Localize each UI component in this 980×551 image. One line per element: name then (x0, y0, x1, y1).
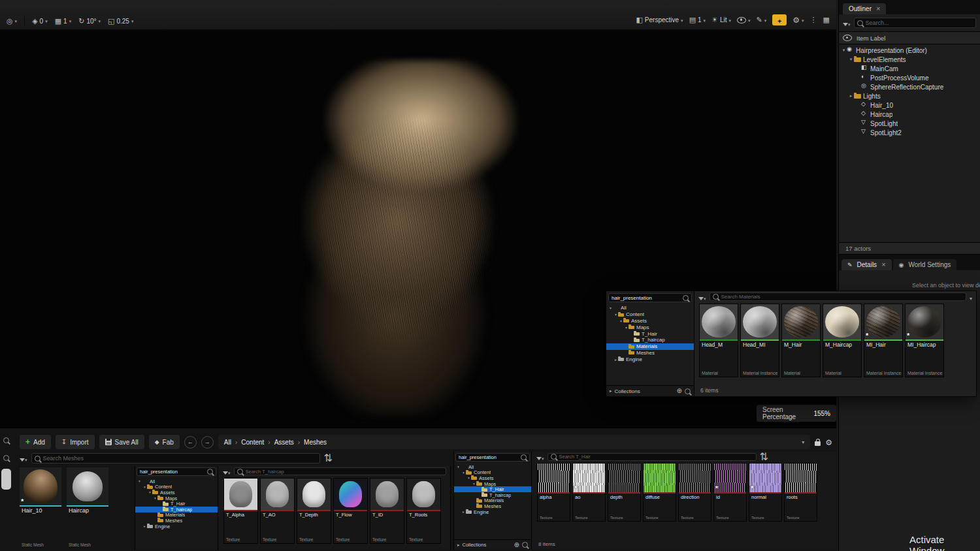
breadcrumb-item[interactable]: All (224, 439, 237, 446)
expander-arrow[interactable]: ▾ (841, 48, 847, 53)
expander-arrow[interactable]: ▾ (148, 490, 152, 494)
asset-tile[interactable]: Hair_10 Static Mesh (20, 467, 61, 548)
outliner-row[interactable]: Hair_10 (839, 101, 980, 110)
asset-tile[interactable]: M_Hair Material (781, 304, 821, 377)
folder-row[interactable]: T_Hair (606, 330, 694, 337)
folder-row[interactable]: ▾ Content (135, 484, 218, 490)
fab-button[interactable]: Fab (149, 435, 180, 449)
outliner-row[interactable]: SphereReflectionCapture (839, 82, 980, 91)
asset-tile[interactable]: T_AO Texture (260, 478, 295, 544)
asset-tile[interactable]: T_Depth Texture (297, 478, 331, 544)
selection-highlight-toggle[interactable] (772, 14, 787, 25)
save-all-button[interactable]: Save All (99, 435, 144, 449)
scrollbar-thumb[interactable] (1, 469, 11, 490)
add-collection-icon[interactable] (514, 542, 519, 548)
grid-snap-button[interactable]: 1 (55, 18, 71, 25)
visibility-column-eye-icon[interactable] (843, 35, 852, 41)
mesh-search-input[interactable] (43, 455, 317, 462)
asset-tile[interactable]: T_Flow Texture (333, 478, 368, 544)
folder-row[interactable]: ▾ Maps (606, 324, 694, 330)
folder-row[interactable]: Materials (454, 498, 531, 504)
tab-outliner[interactable]: Outliner (843, 3, 886, 14)
asset-tile[interactable]: T_ID Texture (370, 478, 404, 544)
rotation-snap-button[interactable]: 10° (78, 18, 101, 25)
folder-row[interactable]: ▸ Engine (454, 509, 531, 515)
asset-tile[interactable]: diffuse Texture (643, 463, 676, 522)
viewmode-brush-button[interactable] (757, 16, 767, 24)
expander-arrow[interactable]: ▸ (461, 510, 466, 514)
expander-arrow[interactable]: ▾ (461, 471, 466, 475)
sources-search-input[interactable] (459, 454, 518, 460)
folder-row[interactable]: Meshes (135, 518, 218, 524)
surface-snap-button[interactable]: 0 (32, 18, 48, 25)
expander-arrow[interactable]: ▾ (466, 476, 471, 480)
expander-arrow[interactable]: ▾ (137, 479, 142, 483)
folder-row[interactable]: T_Hair (135, 501, 218, 507)
expand-icon[interactable] (610, 388, 612, 394)
expander-arrow[interactable]: ▸ (613, 357, 618, 362)
expander-arrow[interactable]: ▾ (142, 485, 147, 489)
screen-size-dropdown[interactable]: 1 (689, 16, 706, 24)
folder-row[interactable]: ▾ All (135, 479, 218, 484)
scale-snap-button[interactable]: 0.25 (108, 18, 133, 25)
tab-details[interactable]: Details (841, 259, 892, 270)
outliner-row[interactable]: MainCam (839, 64, 980, 73)
outliner-row[interactable]: ▾ Hairpresentation (Editor) (839, 46, 980, 55)
close-icon[interactable] (881, 261, 885, 268)
expander-arrow[interactable]: ▾ (848, 57, 854, 62)
folder-row[interactable]: T_haircap (606, 337, 694, 343)
folder-row[interactable]: ▸ Engine (135, 524, 218, 529)
folder-row[interactable]: ▾ Assets (454, 475, 531, 481)
folder-row[interactable]: ▾ All (606, 305, 694, 311)
asset-tile[interactable]: id Texture (713, 463, 747, 522)
collections-bar[interactable]: Collections (454, 539, 531, 550)
folder-row[interactable]: ▾ Maps (135, 496, 218, 501)
layout-button[interactable] (823, 16, 830, 24)
filter-button[interactable] (698, 291, 706, 303)
folder-row[interactable]: Materials (135, 512, 218, 518)
asset-tile[interactable]: Head_M Material (699, 304, 738, 377)
outliner-row[interactable]: Haircap (839, 110, 980, 119)
sources-search-input[interactable] (612, 295, 680, 301)
asset-search-input[interactable] (559, 454, 753, 460)
folder-row[interactable]: ▾ Assets (135, 490, 218, 496)
folder-row[interactable]: ▾ Content (606, 311, 694, 318)
asset-search-input[interactable] (721, 294, 963, 300)
collections-bar[interactable]: Collections (606, 385, 694, 396)
expander-arrow[interactable]: ▾ (624, 325, 629, 330)
expander-arrow[interactable]: ▾ (608, 306, 613, 310)
folder-row[interactable]: Materials (606, 343, 694, 350)
tab-world-settings[interactable]: World Settings (893, 259, 957, 270)
folder-row[interactable]: ▾ Maps (454, 481, 531, 487)
asset-tile[interactable]: M_Haircap Material (823, 304, 862, 377)
asset-tile[interactable]: ao Texture (572, 463, 606, 522)
outliner-search-input[interactable] (866, 20, 973, 26)
asset-tile[interactable]: alpha Texture (537, 463, 570, 522)
folder-row[interactable]: Meshes (606, 350, 694, 356)
asset-tile[interactable]: MI_Haircap Material Instance (905, 304, 944, 377)
sort-button[interactable] (760, 452, 768, 462)
folder-row[interactable]: T_haircap (454, 492, 531, 498)
transform-gizmo-button[interactable] (7, 18, 17, 25)
expander-arrow[interactable]: ▸ (848, 93, 854, 99)
folder-row[interactable]: ▾ All (454, 464, 531, 470)
expander-arrow[interactable]: ▾ (613, 312, 618, 317)
expand-icon[interactable] (457, 543, 460, 548)
expander-arrow[interactable]: ▸ (142, 524, 147, 528)
asset-tile[interactable]: MI_Hair Material Instance (864, 304, 903, 377)
lit-mode-dropdown[interactable]: Lit (711, 16, 731, 24)
search-collections-icon[interactable] (685, 388, 691, 394)
folder-row[interactable]: ▸ Engine (606, 356, 694, 362)
outliner-row[interactable]: ▾ LevelElements (839, 55, 980, 64)
folder-row[interactable]: ▾ Assets (606, 318, 694, 324)
breadcrumb-item[interactable]: Assets (274, 439, 300, 446)
folder-row[interactable]: T_haircap (135, 507, 218, 512)
outliner-row[interactable]: SpotLight (839, 119, 980, 128)
filter-button[interactable] (536, 451, 544, 463)
asset-tile[interactable]: T_Alpha Texture (223, 478, 258, 544)
find-in-browser-icon[interactable] (3, 437, 9, 443)
add-button[interactable]: Add (20, 435, 51, 449)
asset-tile[interactable]: roots Texture (784, 463, 817, 522)
more-options-button[interactable] (810, 16, 817, 24)
import-button[interactable]: Import (56, 435, 95, 449)
